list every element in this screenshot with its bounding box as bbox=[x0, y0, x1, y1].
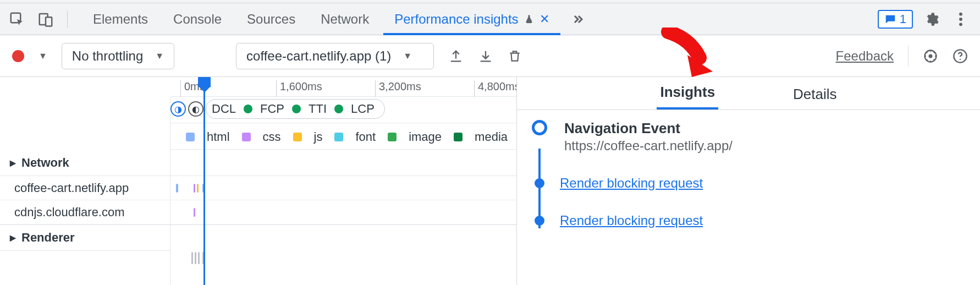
messages-chip[interactable]: 1 bbox=[878, 10, 913, 29]
svg-point-4 bbox=[959, 18, 962, 21]
more-tabs-icon[interactable] bbox=[564, 13, 592, 26]
timeline-panel[interactable]: ▶Network coffee-cart.netlify.app cdnjs.c… bbox=[0, 77, 517, 285]
session-select[interactable]: coffee-cart.netlify.app (1) ▼ bbox=[236, 43, 434, 69]
svg-point-5 bbox=[959, 23, 962, 26]
delete-icon[interactable] bbox=[508, 48, 522, 64]
marker-dot-icon bbox=[244, 105, 252, 113]
messages-count: 1 bbox=[900, 12, 906, 26]
marker-badge-icon: ◐ bbox=[188, 101, 203, 117]
experiment-flask-icon bbox=[524, 14, 534, 25]
timing-markers: ◑ ◐ DCL FCP TTI LCP bbox=[170, 98, 385, 120]
network-host-row[interactable]: cdnjs.cloudflare.com bbox=[0, 200, 170, 224]
marker-dcl: DCL bbox=[212, 102, 236, 116]
side-tab-details[interactable]: Details bbox=[790, 86, 840, 109]
devtools-tabstrip: Elements Console Sources Network Perform… bbox=[0, 3, 980, 35]
tab-network[interactable]: Network bbox=[310, 3, 380, 35]
tab-performance-insights[interactable]: Performance insights ✕ bbox=[383, 3, 560, 35]
legend-swatch-icon bbox=[242, 133, 251, 141]
throttling-select[interactable]: No throttling ▼ bbox=[62, 43, 174, 69]
chevron-down-icon: ▼ bbox=[403, 51, 412, 61]
time-ruler[interactable]: 0ms 1,600ms 3,200ms 4,800ms bbox=[170, 77, 516, 97]
marker-dot-icon bbox=[334, 105, 343, 113]
marker-dot-icon bbox=[292, 105, 301, 113]
insight-node-icon bbox=[535, 216, 544, 226]
side-tab-insights[interactable]: Insights bbox=[657, 84, 718, 109]
help-icon[interactable] bbox=[953, 48, 968, 64]
record-menu-arrow-icon[interactable]: ▼ bbox=[38, 51, 47, 61]
svg-point-9 bbox=[960, 58, 961, 59]
insight-url: https://coffee-cart.netlify.app/ bbox=[564, 138, 733, 154]
chevron-down-icon: ▼ bbox=[155, 51, 164, 61]
timing-marker-pill[interactable]: DCL FCP TTI LCP bbox=[206, 99, 385, 119]
panel-settings-gear-icon[interactable] bbox=[923, 48, 938, 64]
import-icon[interactable] bbox=[478, 48, 493, 64]
insight-node-icon bbox=[535, 178, 544, 188]
playhead[interactable] bbox=[203, 77, 205, 285]
settings-gear-icon[interactable] bbox=[916, 12, 947, 27]
side-panel: Insights Details Navigation Event https:… bbox=[517, 77, 980, 285]
close-tab-icon[interactable]: ✕ bbox=[539, 12, 549, 26]
insight-link[interactable]: Render blocking request bbox=[560, 176, 703, 191]
network-track-row[interactable] bbox=[170, 200, 516, 224]
legend-swatch-icon bbox=[334, 133, 343, 141]
legend-swatch-icon bbox=[293, 133, 302, 141]
tab-elements[interactable]: Elements bbox=[82, 3, 159, 35]
record-button[interactable] bbox=[12, 50, 24, 62]
ruler-tick: 1,600ms bbox=[276, 80, 322, 97]
renderer-track-row[interactable] bbox=[170, 251, 516, 275]
throttling-label: No throttling bbox=[72, 48, 143, 64]
network-host-row[interactable]: coffee-cart.netlify.app bbox=[0, 176, 170, 200]
legend-swatch-icon bbox=[186, 133, 195, 141]
network-track-row[interactable] bbox=[170, 176, 516, 200]
marker-fcp: FCP bbox=[260, 102, 284, 116]
session-label: coffee-cart.netlify.app (1) bbox=[246, 48, 391, 64]
svg-point-3 bbox=[959, 12, 962, 15]
marker-badge-icon: ◑ bbox=[170, 101, 186, 117]
legend-swatch-icon bbox=[454, 133, 463, 141]
insight-link[interactable]: Render blocking request bbox=[560, 213, 703, 228]
resource-legend: html css js font image media bbox=[186, 130, 517, 144]
insight-node-icon bbox=[532, 120, 547, 135]
network-section-toggle[interactable]: ▶Network bbox=[0, 150, 170, 176]
ruler-tick: 4,800ms bbox=[474, 80, 517, 97]
legend-swatch-icon bbox=[388, 133, 397, 141]
marker-tti: TTI bbox=[309, 102, 327, 116]
svg-rect-2 bbox=[46, 17, 52, 26]
insights-body: Navigation Event https://coffee-cart.net… bbox=[517, 110, 980, 228]
perf-toolbar: ▼ No throttling ▼ coffee-cart.netlify.ap… bbox=[0, 35, 980, 77]
insight-title: Navigation Event bbox=[564, 120, 733, 137]
tab-console[interactable]: Console bbox=[162, 3, 233, 35]
renderer-section-toggle[interactable]: ▶Renderer bbox=[0, 224, 170, 251]
device-toggle-icon[interactable] bbox=[37, 11, 54, 28]
ruler-tick: 3,200ms bbox=[375, 80, 421, 97]
inspect-element-icon[interactable] bbox=[9, 11, 25, 28]
tab-sources[interactable]: Sources bbox=[236, 3, 306, 35]
feedback-link[interactable]: Feedback bbox=[836, 48, 894, 64]
kebab-menu-icon[interactable] bbox=[950, 12, 971, 27]
export-icon[interactable] bbox=[448, 48, 464, 64]
svg-point-7 bbox=[929, 54, 933, 58]
marker-lcp: LCP bbox=[351, 102, 375, 116]
track-names-column: ▶Network coffee-cart.netlify.app cdnjs.c… bbox=[0, 97, 170, 285]
